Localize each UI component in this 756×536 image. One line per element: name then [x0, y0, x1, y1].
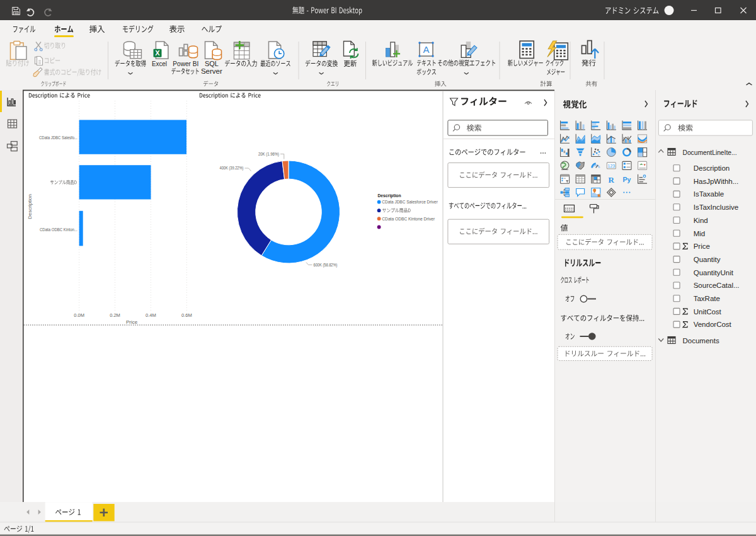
- svg-text:TaxRate: TaxRate: [694, 295, 720, 302]
- svg-text:CData JDBC Salesfo...: CData JDBC Salesfo...: [39, 135, 77, 140]
- svg-text:Price: Price: [126, 319, 138, 325]
- svg-text:Price: Price: [694, 242, 710, 250]
- svg-text:400K (39.22%): 400K (39.22%): [220, 165, 244, 171]
- svg-text:UnitCost: UnitCost: [694, 308, 722, 316]
- svg-text:Mid: Mid: [694, 230, 706, 237]
- svg-text:IsTaxInclusive: IsTaxInclusive: [694, 203, 739, 211]
- svg-text:Quantity: Quantity: [694, 256, 721, 263]
- svg-text:123: 123: [608, 164, 616, 168]
- svg-text:Server: Server: [201, 67, 222, 75]
- svg-text:Description: Description: [378, 193, 401, 198]
- svg-text:Documents: Documents: [683, 337, 719, 345]
- svg-text:X: X: [155, 49, 160, 57]
- svg-text:0.2M: 0.2M: [110, 312, 120, 318]
- svg-text:Description: Description: [694, 164, 730, 172]
- svg-text:SourceCatal...: SourceCatal...: [694, 282, 740, 289]
- svg-text:CData JDBC Salesforce Driver: CData JDBC Salesforce Driver: [382, 199, 438, 205]
- svg-text:QuantityUnit: QuantityUnit: [694, 269, 734, 277]
- svg-text:0.6M: 0.6M: [181, 312, 192, 318]
- svg-text:0.4M: 0.4M: [146, 312, 156, 318]
- svg-text:600K (58.82%): 600K (58.82%): [314, 262, 338, 268]
- svg-text:VendorCost: VendorCost: [694, 321, 732, 328]
- svg-text:A: A: [423, 44, 429, 55]
- svg-text:Power BI: Power BI: [173, 60, 198, 67]
- svg-text:Py: Py: [622, 176, 631, 183]
- svg-text:Excel: Excel: [152, 60, 167, 67]
- svg-text:CData ODBC Kintone Driver: CData ODBC Kintone Driver: [382, 216, 435, 222]
- svg-text:IsTaxable: IsTaxable: [694, 190, 724, 198]
- svg-text:SQL: SQL: [205, 60, 219, 67]
- svg-text:DocumentLineIte...: DocumentLineIte...: [683, 149, 737, 156]
- svg-text:20K (1.96%): 20K (1.96%): [258, 151, 279, 157]
- svg-text:HasJpWithh...: HasJpWithh...: [694, 178, 739, 185]
- svg-text:0.0M: 0.0M: [74, 312, 84, 318]
- svg-text:Kind: Kind: [694, 217, 708, 224]
- svg-text:Description: Description: [27, 194, 33, 219]
- svg-text:R: R: [609, 175, 615, 185]
- svg-text:CData ODBC Kinton...: CData ODBC Kinton...: [40, 227, 77, 232]
